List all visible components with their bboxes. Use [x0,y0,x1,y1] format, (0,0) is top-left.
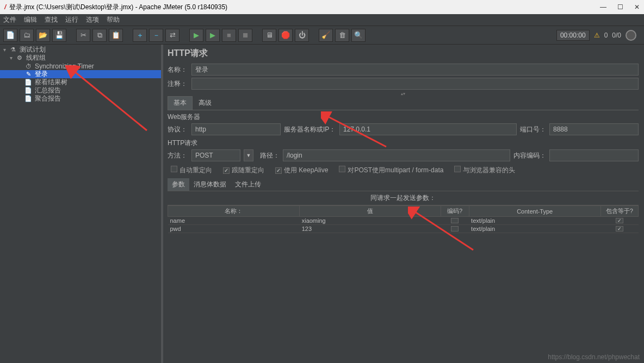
tree-item-汇总报告[interactable]: 📄汇总报告 [0,86,161,95]
method-label: 方法： [168,151,188,160]
start-no-timers-icon[interactable]: ▶ [206,29,220,42]
stop-icon[interactable]: ■ [222,29,236,42]
name-input[interactable] [191,64,639,76]
params-title: 同请求一起发送参数： [168,191,639,205]
collapse-icon[interactable]: － [149,29,163,42]
shutdown-icon[interactable]: ⏹ [238,29,252,42]
multipart-label: 对POST使用multipart / form-data [348,166,443,174]
port-input[interactable] [549,123,639,135]
encode-checkbox[interactable] [451,218,459,223]
web-server-label: Web服务器 [168,111,639,123]
menu-options[interactable]: 选项 [86,15,99,24]
menu-search[interactable]: 查找 [45,15,58,24]
expand-icon[interactable]: ＋ [133,29,147,42]
table-row[interactable]: pwd123text/plain [168,225,639,233]
window-controls: — ☐ ✕ [600,3,640,11]
cut-icon[interactable]: ✂ [76,29,90,42]
comment-label: 注释： [168,79,188,89]
subtab-file[interactable]: 文件上传 [231,178,265,191]
browser-headers-label: 与浏览器兼容的头 [463,166,515,174]
server-input[interactable] [339,123,517,135]
col-encode[interactable]: 编码? [441,206,469,217]
name-label: 名称： [168,65,188,74]
paste-icon[interactable]: 📋 [109,29,123,42]
multipart-checkbox[interactable] [339,166,345,172]
tree-item-Synchronizing Timer[interactable]: ⏱Synchronizing Timer [0,62,161,70]
app-icon: / [4,3,6,11]
tree-item-登录[interactable]: ✎登录 [0,70,161,78]
follow-redirect-label: 跟随重定向 [232,166,264,174]
method-select[interactable] [191,149,240,161]
include-checkbox[interactable] [616,226,623,231]
config-tabs: 基本 高级 [168,96,639,110]
auto-redirect-checkbox[interactable] [171,166,177,172]
path-input[interactable] [283,149,510,161]
menu-run[interactable]: 运行 [65,15,78,24]
titlebar: / 登录.jmx (C:\Users\测试\Desktop\登录.jmx) - … [0,0,644,14]
toolbar: 📄 🗂 📂 💾 ✂ ⧉ 📋 ＋ － ⇄ ▶ ▶ ■ ⏹ 🖥 🛑 ⏻ 🧹 🗑 🔍 … [0,26,644,45]
http-request-label: HTTP请求 [168,137,639,149]
subtab-body[interactable]: 消息体数据 [189,178,231,191]
tree-item-线程组[interactable]: ▾⚙线程组 [0,54,161,62]
col-ctype[interactable]: Content-Type [469,206,600,217]
remote-shutdown-icon[interactable]: ⏻ [295,29,309,42]
tree-item-察看结果树[interactable]: 📄察看结果树 [0,78,161,86]
maximize-button[interactable]: ☐ [617,3,623,11]
follow-redirect-checkbox[interactable] [223,167,230,174]
menubar: 文件 编辑 查找 运行 选项 帮助 [0,14,644,26]
protocol-label: 协议： [168,125,188,134]
warning-icon[interactable]: ⚠ [594,32,600,39]
comment-input[interactable] [191,78,639,90]
close-button[interactable]: ✕ [634,3,640,11]
menu-help[interactable]: 帮助 [107,15,120,24]
thread-count: 0/0 [612,32,621,39]
save-icon[interactable]: 💾 [52,29,66,42]
col-include[interactable]: 包含等于? [600,206,638,217]
method-dropdown-icon[interactable]: ▼ [244,149,253,161]
copy-icon[interactable]: ⧉ [92,29,107,42]
toggle-icon[interactable]: ⇄ [165,29,179,42]
auto-redirect-label: 自动重定向 [179,166,212,174]
start-icon[interactable]: ▶ [189,29,203,42]
subtab-params[interactable]: 参数 [168,178,189,191]
encode-checkbox[interactable] [451,226,459,231]
tree-item-测试计划[interactable]: ▾⚗测试计划 [0,46,161,54]
clear-icon[interactable]: 🧹 [319,29,333,42]
col-value[interactable]: 值 [300,206,441,217]
keepalive-label: 使用 KeepAlive [284,166,328,174]
browser-headers-checkbox[interactable] [454,166,461,172]
divider-handle[interactable]: ▴▾ [168,92,639,95]
tree-item-聚合报告[interactable]: 📄聚合报告 [0,95,161,103]
window-title: 登录.jmx (C:\Users\测试\Desktop\登录.jmx) - Ap… [9,3,227,12]
watermark: https://blog.csdn.net/phpwechat [548,353,640,361]
remote-stop-icon[interactable]: 🛑 [278,29,293,42]
body-tabs: 参数 消息体数据 文件上传 [168,178,639,191]
templates-icon[interactable]: 🗂 [20,29,34,42]
menu-file[interactable]: 文件 [3,15,16,24]
col-name[interactable]: 名称： [168,206,300,217]
encoding-input[interactable] [549,149,639,161]
main-area: ▾⚗测试计划▾⚙线程组⏱Synchronizing Timer✎登录📄察看结果树… [0,45,644,363]
keepalive-checkbox[interactable] [275,167,282,174]
elapsed-timer: 00:00:00 [556,30,590,41]
open-icon[interactable]: 📂 [36,29,50,42]
clear-all-icon[interactable]: 🗑 [335,29,349,42]
checkbox-row: 自动重定向 跟随重定向 使用 KeepAlive 对POST使用multipar… [168,164,639,177]
port-label: 端口号： [520,125,546,134]
minimize-button[interactable]: — [600,3,606,11]
globe-icon[interactable] [626,30,636,41]
include-checkbox[interactable] [616,218,623,223]
new-icon[interactable]: 📄 [3,29,17,42]
protocol-input[interactable] [191,123,281,135]
server-label: 服务器名称或IP： [284,125,336,134]
params-table: 名称： 值 编码? Content-Type 包含等于? namexiaomin… [168,205,639,233]
tab-basic[interactable]: 基本 [168,96,193,110]
menu-edit[interactable]: 编辑 [24,15,37,24]
tree-panel: ▾⚗测试计划▾⚙线程组⏱Synchronizing Timer✎登录📄察看结果树… [0,45,163,363]
params-empty-area[interactable] [168,233,639,363]
search-icon[interactable]: 🔍 [351,29,366,42]
remote-start-icon[interactable]: 🖥 [262,29,276,42]
table-row[interactable]: namexiaomingtext/plain [168,217,639,225]
tab-advanced[interactable]: 高级 [193,96,218,110]
path-label: 路径： [260,151,280,160]
